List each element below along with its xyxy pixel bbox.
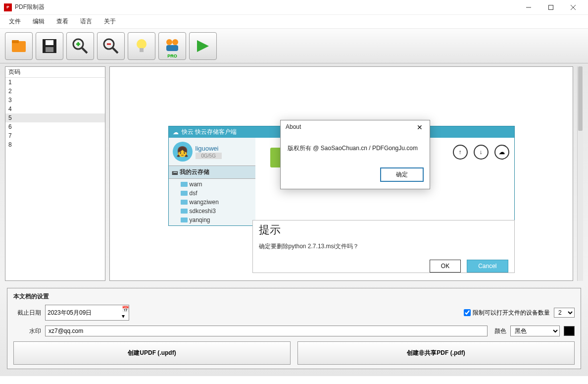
about-body: 版权所有 @ SaoSaoChuan.cn / PDFGongJu.com	[281, 134, 430, 163]
folder-icon	[181, 218, 188, 222]
limit-devices-checkbox[interactable]: 限制可以打开文件的设备数量	[464, 309, 550, 317]
menu-file[interactable]: 文件	[3, 15, 27, 28]
about-dialog: About ✕ 版权所有 @ SaoSaoChuan.cn / PDFGongJ…	[280, 120, 430, 189]
watermark-label: 水印	[13, 327, 41, 335]
page-header: 页码	[5, 67, 105, 78]
preview-scrollbar[interactable]	[577, 66, 583, 281]
svg-point-19	[172, 39, 178, 45]
svg-rect-5	[12, 40, 19, 43]
svg-rect-7	[46, 40, 53, 45]
deadline-input[interactable]: 📅▾	[45, 305, 129, 321]
cloud-sync-icon[interactable]: ☁	[494, 145, 509, 160]
users-pro-button[interactable]: PRO	[158, 32, 186, 60]
svg-rect-20	[166, 45, 178, 51]
svg-rect-1	[548, 5, 553, 9]
settings-title: 本文档的设置	[13, 292, 575, 301]
menu-view[interactable]: 查看	[50, 15, 74, 28]
tree-item[interactable]: sdkceshi3	[179, 207, 255, 216]
toolbar: PRO	[0, 29, 588, 63]
avatar: 👧	[173, 142, 193, 162]
page-item[interactable]: 2	[5, 87, 105, 96]
folder-icon	[181, 200, 188, 205]
maximize-button[interactable]	[539, 0, 562, 14]
create-pdf-button[interactable]: 创建非共享PDF (.pdf)	[297, 341, 575, 365]
page-item[interactable]: 8	[5, 140, 105, 149]
about-close-button[interactable]: ✕	[415, 123, 425, 131]
prompt-ok-button[interactable]: OK	[430, 260, 461, 273]
download-icon[interactable]: ↓	[474, 145, 489, 160]
prompt-title: 提示	[253, 220, 514, 239]
color-label: 颜色	[491, 327, 506, 335]
deadline-label: 截止日期	[13, 309, 41, 317]
drive-icon: 🖴	[172, 169, 178, 176]
tree-item[interactable]: warn	[179, 180, 255, 189]
about-title: About	[286, 123, 301, 131]
page-item[interactable]: 4	[5, 105, 105, 113]
tree-item[interactable]: yanqing	[179, 216, 255, 224]
svg-point-16	[137, 39, 147, 49]
prompt-text: 确定要删除python 2.7.13.msi文件吗？	[253, 239, 514, 257]
page-panel: 页码 12345678	[5, 66, 105, 281]
run-button[interactable]	[189, 32, 217, 60]
save-button[interactable]	[36, 32, 63, 60]
page-item[interactable]: 6	[5, 122, 105, 131]
cloud-icon: ☁	[173, 129, 179, 136]
zoom-out-button[interactable]	[97, 32, 125, 60]
app-title: PDF限制器	[15, 3, 517, 11]
svg-line-10	[82, 48, 87, 53]
create-updf-button[interactable]: 创建UPDF (.updf)	[13, 341, 291, 365]
page-item[interactable]: 1	[5, 78, 105, 87]
settings-panel: 本文档的设置 截止日期 📅▾ 限制可以打开文件的设备数量 2 水印 颜色 黑色	[0, 284, 588, 376]
color-swatch[interactable]	[564, 326, 575, 336]
menu-edit[interactable]: 编辑	[27, 15, 50, 28]
page-list[interactable]: 12345678	[5, 78, 105, 280]
quota: 0G/5G	[196, 153, 222, 159]
page-item[interactable]: 3	[5, 96, 105, 105]
scrollbar-thumb[interactable]	[578, 66, 583, 131]
folder-tree[interactable]: warndsfwangziwensdkceshi3yanqing	[169, 179, 255, 225]
svg-point-18	[166, 39, 172, 45]
svg-rect-8	[46, 47, 53, 52]
watermark-input[interactable]	[45, 326, 488, 336]
open-button[interactable]	[5, 32, 33, 60]
folder-icon	[181, 191, 188, 196]
calendar-icon[interactable]: 📅▾	[122, 306, 129, 320]
username: liguowei	[196, 145, 222, 152]
tree-header[interactable]: 🖴 我的云存储	[169, 165, 255, 179]
page-item[interactable]: 5	[5, 113, 105, 122]
prompt-cancel-button[interactable]: Cancel	[467, 260, 508, 273]
embedded-title: 快云 快云存储客户端	[182, 128, 237, 136]
menu-about[interactable]: 关于	[98, 15, 122, 28]
menubar: 文件 编辑 查看 语言 关于	[0, 15, 588, 29]
page-item[interactable]: 7	[5, 131, 105, 140]
upload-icon[interactable]: ↑	[453, 145, 468, 160]
color-select[interactable]: 黑色	[510, 326, 560, 336]
titlebar: P PDF限制器	[0, 0, 588, 15]
zoom-in-button[interactable]	[66, 32, 94, 60]
app-icon: P	[4, 3, 12, 11]
minimize-button[interactable]	[517, 0, 539, 14]
menu-language[interactable]: 语言	[74, 15, 98, 28]
svg-rect-17	[140, 48, 144, 52]
tree-item[interactable]: dsf	[179, 189, 255, 198]
folder-icon	[181, 182, 188, 187]
delete-prompt: 提示 确定要删除python 2.7.13.msi文件吗？ OK Cancel	[252, 220, 515, 273]
svg-line-14	[113, 48, 118, 53]
close-button[interactable]	[562, 0, 584, 14]
svg-marker-21	[197, 40, 209, 52]
device-count-select[interactable]: 2	[554, 308, 575, 318]
folder-icon	[181, 209, 188, 214]
idea-button[interactable]	[128, 32, 155, 60]
tree-item[interactable]: wangziwen	[179, 198, 255, 207]
about-ok-button[interactable]: 确定	[380, 167, 424, 182]
pro-label: PRO	[167, 54, 177, 58]
